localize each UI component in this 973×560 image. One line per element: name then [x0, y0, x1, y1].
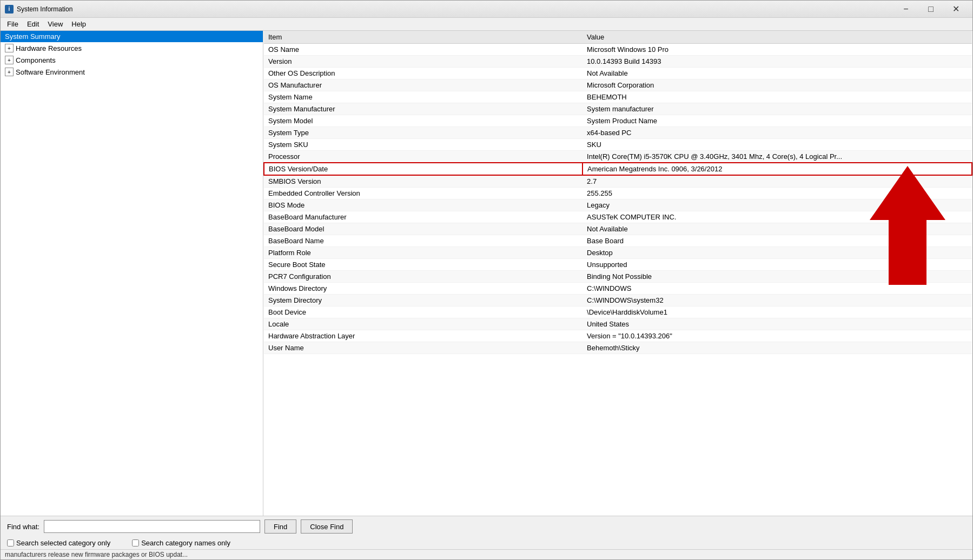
table-row[interactable]: SMBIOS Version2.7	[264, 175, 972, 188]
row-value-cell: Version = "10.0.14393.206"	[583, 330, 972, 342]
maximize-button[interactable]: □	[918, 1, 943, 17]
search-names-checkbox[interactable]	[132, 539, 139, 546]
table-row[interactable]: User NameBehemoth\Sticky	[264, 342, 972, 354]
col-header-value: Value	[583, 31, 972, 44]
row-value-cell: C:\WINDOWS\system32	[583, 295, 972, 306]
col-header-item: Item	[264, 31, 583, 44]
table-row[interactable]: BaseBoard ModelNot Available	[264, 223, 972, 235]
row-item-cell: OS Manufacturer	[264, 79, 583, 91]
status-text: manufacturers release new firmware packa…	[5, 551, 188, 558]
row-value-cell: Not Available	[583, 68, 972, 79]
table-row[interactable]: Platform RoleDesktop	[264, 247, 972, 259]
table-row[interactable]: BIOS Version/DateAmerican Megatrends Inc…	[264, 163, 972, 175]
table-row[interactable]: Secure Boot StateUnsupported	[264, 259, 972, 271]
table-row[interactable]: Other OS DescriptionNot Available	[264, 68, 972, 79]
sidebar-item-hardware-resources[interactable]: + Hardware Resources	[1, 42, 263, 54]
row-value-cell: 10.0.14393 Build 14393	[583, 56, 972, 68]
row-item-cell: System Name	[264, 91, 583, 103]
app-icon: i	[5, 5, 14, 14]
row-item-cell: User Name	[264, 342, 583, 354]
row-value-cell: Legacy	[583, 199, 972, 211]
row-item-cell: Hardware Abstraction Layer	[264, 330, 583, 342]
table-row[interactable]: System ManufacturerSystem manufacturer	[264, 103, 972, 115]
find-bar-container: Find what: Find Close Find Search select…	[1, 516, 972, 549]
menu-help[interactable]: Help	[67, 19, 90, 29]
menu-file[interactable]: File	[3, 19, 23, 29]
row-item-cell: System Model	[264, 115, 583, 127]
row-item-cell: Other OS Description	[264, 68, 583, 79]
row-item-cell: BaseBoard Name	[264, 235, 583, 247]
row-value-cell: SKU	[583, 139, 972, 151]
search-category-label: Search selected category only	[16, 539, 110, 547]
table-row[interactable]: LocaleUnited States	[264, 318, 972, 330]
row-value-cell: \Device\HarddiskVolume1	[583, 306, 972, 318]
row-item-cell: BaseBoard Manufacturer	[264, 211, 583, 223]
row-value-cell: x64-based PC	[583, 127, 972, 139]
window-title: System Information	[17, 5, 893, 13]
row-item-cell: Boot Device	[264, 306, 583, 318]
search-names-checkbox-label: Search category names only	[132, 539, 230, 547]
sidebar-item-software-environment[interactable]: + Software Environment	[1, 66, 263, 78]
system-info-table: Item Value OS NameMicrosoft Windows 10 P…	[263, 31, 972, 354]
row-item-cell: BIOS Mode	[264, 199, 583, 211]
table-row[interactable]: System SKUSKU	[264, 139, 972, 151]
row-value-cell: Behemoth\Sticky	[583, 342, 972, 354]
window-controls: − □ ✕	[893, 1, 968, 17]
row-value-cell: American Megatrends Inc. 0906, 3/26/2012	[583, 163, 972, 175]
row-value-cell: Unsupported	[583, 259, 972, 271]
main-window: i System Information − □ ✕ File Edit Vie…	[0, 0, 973, 560]
row-item-cell: Locale	[264, 318, 583, 330]
table-row[interactable]: ProcessorIntel(R) Core(TM) i5-3570K CPU …	[264, 151, 972, 163]
find-options: Search selected category only Search cat…	[1, 537, 972, 549]
minimize-button[interactable]: −	[893, 1, 918, 17]
expand-software-icon[interactable]: +	[5, 68, 14, 76]
menu-view[interactable]: View	[43, 19, 67, 29]
table-row[interactable]: PCR7 ConfigurationBinding Not Possible	[264, 271, 972, 283]
sidebar: System Summary + Hardware Resources + Co…	[1, 31, 263, 516]
row-value-cell: Binding Not Possible	[583, 271, 972, 283]
sidebar-item-components[interactable]: + Components	[1, 54, 263, 66]
row-item-cell: System Directory	[264, 295, 583, 306]
row-value-cell: 2.7	[583, 175, 972, 188]
table-row[interactable]: Version10.0.14393 Build 14393	[264, 56, 972, 68]
table-row[interactable]: BaseBoard NameBase Board	[264, 235, 972, 247]
table-row[interactable]: Embedded Controller Version255.255	[264, 188, 972, 199]
expand-hardware-icon[interactable]: +	[5, 44, 14, 52]
table-row[interactable]: Boot Device\Device\HarddiskVolume1	[264, 306, 972, 318]
find-bar: Find what: Find Close Find	[1, 516, 972, 537]
row-item-cell: Embedded Controller Version	[264, 188, 583, 199]
table-row[interactable]: Hardware Abstraction LayerVersion = "10.…	[264, 330, 972, 342]
row-value-cell: Microsoft Corporation	[583, 79, 972, 91]
table-row[interactable]: BaseBoard ManufacturerASUSTeK COMPUTER I…	[264, 211, 972, 223]
expand-components-icon[interactable]: +	[5, 56, 14, 64]
table-row[interactable]: System DirectoryC:\WINDOWS\system32	[264, 295, 972, 306]
hardware-resources-label: Hardware Resources	[16, 44, 82, 52]
find-button[interactable]: Find	[264, 519, 296, 534]
table-row[interactable]: Windows DirectoryC:\WINDOWS	[264, 283, 972, 295]
sidebar-item-system-summary[interactable]: System Summary	[1, 31, 263, 42]
status-bar: manufacturers release new firmware packa…	[1, 549, 972, 559]
row-value-cell: Not Available	[583, 223, 972, 235]
close-button[interactable]: ✕	[943, 1, 968, 17]
search-names-label: Search category names only	[141, 539, 230, 547]
software-environment-label: Software Environment	[16, 68, 85, 76]
row-item-cell: System SKU	[264, 139, 583, 151]
menu-edit[interactable]: Edit	[23, 19, 43, 29]
table-row[interactable]: System Typex64-based PC	[264, 127, 972, 139]
table-row[interactable]: System NameBEHEMOTH	[264, 91, 972, 103]
search-category-checkbox[interactable]	[7, 539, 14, 546]
table-row[interactable]: OS NameMicrosoft Windows 10 Pro	[264, 44, 972, 56]
table-row[interactable]: BIOS ModeLegacy	[264, 199, 972, 211]
search-category-checkbox-label: Search selected category only	[7, 539, 110, 547]
row-item-cell: System Manufacturer	[264, 103, 583, 115]
close-find-button[interactable]: Close Find	[301, 519, 353, 534]
row-item-cell: System Type	[264, 127, 583, 139]
row-item-cell: Platform Role	[264, 247, 583, 259]
row-item-cell: BIOS Version/Date	[264, 163, 583, 175]
row-value-cell: BEHEMOTH	[583, 91, 972, 103]
find-input[interactable]	[44, 520, 260, 533]
row-value-cell: Desktop	[583, 247, 972, 259]
row-value-cell: Intel(R) Core(TM) i5-3570K CPU @ 3.40GHz…	[583, 151, 972, 163]
table-row[interactable]: OS ManufacturerMicrosoft Corporation	[264, 79, 972, 91]
table-row[interactable]: System ModelSystem Product Name	[264, 115, 972, 127]
